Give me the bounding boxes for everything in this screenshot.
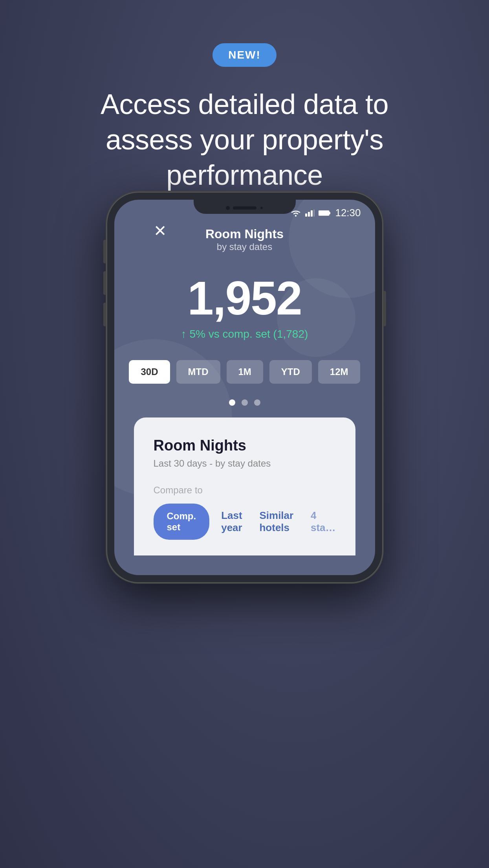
metric-comparison: ↑ 5% vs comp. set (1,782): [134, 328, 355, 340]
phone-outer: 12:30 ✕ Room Nights by stay dates 1,952: [107, 193, 382, 582]
svg-rect-4: [313, 210, 315, 217]
dot-3: [254, 399, 260, 406]
period-btn-ytd[interactable]: YTD: [269, 360, 312, 384]
top-section: NEW! Access detailed data to assess your…: [0, 0, 489, 193]
bottom-card: Room Nights Last 30 days - by stay dates…: [134, 417, 355, 555]
svg-rect-5: [319, 211, 329, 215]
time-display: 12:30: [335, 207, 361, 219]
dot-2: [242, 399, 248, 406]
headline-text: Access detailed data to assess your prop…: [68, 86, 421, 193]
card-subtitle: Last 30 days - by stay dates: [154, 458, 336, 469]
metric-section: 1,952 ↑ 5% vs comp. set (1,782): [134, 272, 355, 340]
pagination-dots: [134, 399, 355, 406]
compare-option-overflow[interactable]: 4 sta…: [311, 509, 336, 534]
screen-title: Room Nights: [134, 227, 355, 241]
phone-mockup: 12:30 ✕ Room Nights by stay dates 1,952: [107, 193, 382, 582]
compare-option-comp-set[interactable]: Comp. set: [154, 504, 210, 540]
metric-value: 1,952: [134, 272, 355, 324]
period-btn-1m[interactable]: 1M: [227, 360, 263, 384]
phone-screen: 12:30 ✕ Room Nights by stay dates 1,952: [114, 200, 375, 575]
compare-options: Comp. set Last year Similar hotels 4 sta…: [154, 504, 336, 540]
card-title: Room Nights: [154, 437, 336, 454]
svg-point-0: [295, 215, 297, 217]
dot-1: [229, 399, 235, 406]
compare-option-similar-hotels[interactable]: Similar hotels: [259, 509, 299, 534]
compare-option-last-year[interactable]: Last year: [221, 509, 247, 534]
status-bar: 12:30: [114, 200, 375, 223]
new-badge: NEW!: [212, 43, 277, 67]
app-content: ✕ Room Nights by stay dates 1,952 ↑ 5% v…: [114, 223, 375, 575]
svg-rect-6: [329, 212, 330, 214]
wifi-icon: [290, 209, 301, 217]
close-button[interactable]: ✕: [154, 223, 167, 239]
period-btn-mtd[interactable]: MTD: [176, 360, 220, 384]
status-icons: 12:30: [290, 207, 361, 219]
svg-rect-1: [305, 213, 307, 217]
svg-rect-3: [311, 210, 313, 217]
period-buttons: 30D MTD 1M YTD 12M: [134, 360, 355, 384]
title-section: Room Nights by stay dates: [134, 223, 355, 252]
battery-icon: [319, 210, 331, 216]
period-btn-12m[interactable]: 12M: [318, 360, 360, 384]
compare-label: Compare to: [154, 485, 336, 496]
period-btn-30d[interactable]: 30D: [129, 360, 170, 384]
screen-subtitle: by stay dates: [134, 241, 355, 252]
svg-rect-2: [308, 212, 310, 217]
signal-icon: [305, 210, 315, 217]
